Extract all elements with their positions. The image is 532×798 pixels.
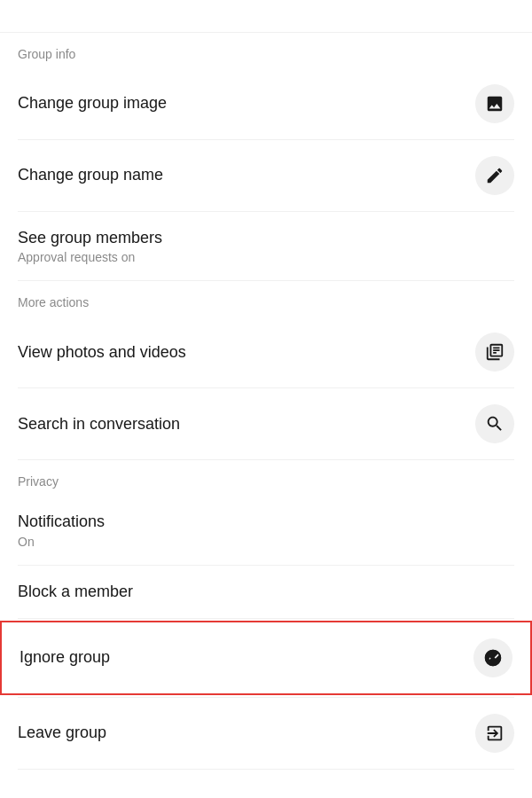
section-header-group-info: Group info (0, 33, 532, 68)
menu-item-sublabel-notifications: On (18, 535, 105, 549)
menu-item-label-see-group-members: See group members (18, 228, 162, 248)
menu-item-text-see-group-members: See group membersApproval requests on (18, 228, 162, 264)
menu-item-sublabel-see-group-members: Approval requests on (18, 250, 162, 264)
menu-item-ignore-group[interactable]: Ignore group (0, 621, 532, 695)
menu-item-label-notifications: Notifications (18, 512, 105, 532)
menu-item-label-search-in-conversation: Search in conversation (18, 414, 180, 434)
menu-item-text-notifications: NotificationsOn (18, 512, 105, 548)
menu-item-label-view-photos-videos: View photos and videos (18, 342, 186, 363)
photos-icon (475, 332, 514, 372)
menu-item-block-member[interactable]: Block a member (0, 566, 532, 618)
pencil-icon (475, 156, 514, 195)
menu-item-label-change-group-image: Change group image (18, 93, 167, 113)
menu-sections: Group infoChange group image Change grou… (0, 33, 532, 770)
nicknames-item[interactable] (0, 0, 532, 33)
section-header-privacy: Privacy (0, 460, 532, 496)
menu-item-view-photos-videos[interactable]: View photos and videos (0, 317, 532, 387)
menu-item-see-group-members[interactable]: See group membersApproval requests on (0, 212, 532, 280)
menu-item-text-change-group-name: Change group name (18, 165, 163, 185)
divider (18, 769, 514, 770)
search-icon (475, 404, 514, 443)
section-header-more-actions: More actions (0, 281, 532, 317)
menu-item-label-block-member: Block a member (18, 582, 133, 602)
menu-item-text-view-photos-videos: View photos and videos (18, 342, 186, 363)
menu-item-label-leave-group: Leave group (18, 723, 106, 743)
menu-item-label-change-group-name: Change group name (18, 165, 163, 185)
menu-item-text-search-in-conversation: Search in conversation (18, 414, 180, 434)
leave-icon (475, 714, 514, 753)
menu-item-text-block-member: Block a member (18, 582, 133, 602)
menu-item-label-ignore-group: Ignore group (20, 647, 110, 668)
divider (18, 618, 514, 619)
menu-item-text-change-group-image: Change group image (18, 93, 167, 113)
menu-item-text-ignore-group: Ignore group (20, 647, 110, 668)
menu-item-leave-group[interactable]: Leave group (0, 698, 532, 769)
menu-item-notifications[interactable]: NotificationsOn (0, 496, 532, 564)
menu-item-text-leave-group: Leave group (18, 723, 106, 743)
menu-item-change-group-name[interactable]: Change group name (0, 140, 532, 211)
menu-item-search-in-conversation[interactable]: Search in conversation (0, 388, 532, 459)
image-icon (475, 84, 514, 123)
ignore-icon (473, 638, 512, 677)
menu-item-change-group-image[interactable]: Change group image (0, 68, 532, 139)
